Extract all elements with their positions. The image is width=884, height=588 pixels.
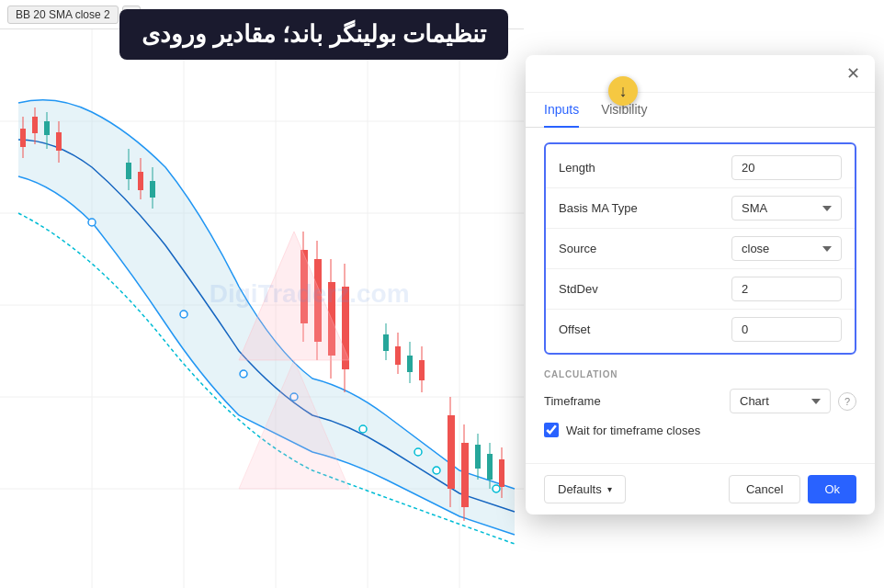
dialog-footer: Defaults ▾ Cancel Ok: [526, 463, 875, 514]
dialog-header: ✕: [526, 55, 875, 93]
svg-rect-40: [419, 360, 425, 380]
svg-point-58: [493, 485, 500, 492]
dialog-tabs: Inputs Visibility ↓: [526, 93, 875, 128]
source-select[interactable]: close open high low: [731, 236, 842, 261]
svg-point-56: [414, 448, 422, 456]
svg-rect-18: [56, 132, 62, 151]
timeframe-select[interactable]: Chart 1m 5m 15m 1H 4H 1D: [730, 389, 831, 413]
defaults-chevron-icon: ▾: [607, 484, 612, 494]
source-label: Source: [559, 242, 731, 255]
svg-rect-22: [138, 172, 143, 190]
settings-body: Length Basis MA Type SMA EMA WMA VWMA So…: [526, 128, 875, 463]
close-button[interactable]: ✕: [842, 62, 864, 85]
svg-rect-34: [383, 334, 389, 351]
cancel-button[interactable]: Cancel: [729, 475, 800, 503]
svg-rect-38: [407, 356, 413, 372]
svg-rect-44: [461, 443, 469, 507]
stddev-input[interactable]: [731, 277, 842, 301]
svg-rect-50: [499, 459, 504, 487]
source-row: Source close open high low: [546, 229, 855, 269]
svg-rect-20: [126, 163, 131, 179]
chart-title: BB 20 SMA close 2: [16, 8, 110, 21]
svg-rect-16: [44, 121, 50, 135]
svg-point-51: [88, 219, 96, 226]
help-icon[interactable]: ?: [838, 392, 856, 411]
wait-timeframe-label: Wait for timeframe closes: [566, 424, 700, 437]
tab-inputs[interactable]: Inputs: [544, 93, 579, 128]
svg-rect-42: [448, 415, 455, 489]
persian-banner: تنظیمات بولینگر باند؛ مقادیر ورودی: [119, 9, 508, 60]
offset-input[interactable]: [731, 317, 842, 342]
stddev-row: StdDev: [546, 269, 855, 310]
svg-point-55: [359, 425, 367, 433]
svg-rect-48: [487, 454, 493, 480]
basis-ma-type-select[interactable]: SMA EMA WMA VWMA: [731, 196, 842, 220]
svg-point-57: [433, 467, 440, 474]
wait-timeframe-checkbox[interactable]: [544, 423, 559, 437]
svg-rect-12: [20, 129, 26, 147]
pointer-arrow: ↓: [608, 76, 638, 106]
chart-canvas: [0, 29, 524, 588]
settings-dialog: ✕ Inputs Visibility ↓ Length Basis MA Ty…: [526, 55, 875, 514]
length-input[interactable]: [731, 155, 842, 180]
calculation-label: CALCULATION: [544, 369, 856, 379]
svg-point-52: [180, 311, 187, 318]
svg-rect-14: [32, 117, 38, 133]
basis-ma-type-label: Basis MA Type: [559, 201, 731, 215]
ok-button[interactable]: Ok: [808, 475, 856, 503]
offset-label: Offset: [559, 322, 731, 336]
basis-ma-type-row: Basis MA Type SMA EMA WMA VWMA: [546, 188, 855, 229]
defaults-button[interactable]: Defaults ▾: [544, 475, 626, 503]
chart-title-tag: BB 20 SMA close 2: [7, 6, 119, 24]
length-row: Length: [546, 148, 855, 188]
svg-rect-24: [150, 181, 155, 198]
svg-rect-36: [395, 346, 401, 365]
timeframe-label: Timeframe: [544, 394, 730, 408]
offset-row: Offset: [546, 310, 855, 349]
wait-timeframe-row: Wait for timeframe closes: [544, 423, 856, 437]
calculation-section: CALCULATION Timeframe Chart 1m 5m 15m 1H…: [544, 369, 856, 437]
timeframe-row: Timeframe Chart 1m 5m 15m 1H 4H 1D ?: [544, 389, 856, 413]
svg-rect-46: [475, 445, 481, 469]
timeframe-right: Chart 1m 5m 15m 1H 4H 1D ?: [730, 389, 856, 413]
inputs-panel: Length Basis MA Type SMA EMA WMA VWMA So…: [544, 142, 856, 355]
length-label: Length: [559, 161, 731, 175]
stddev-label: StdDev: [559, 282, 731, 296]
footer-actions: Cancel Ok: [729, 475, 856, 503]
svg-point-53: [240, 370, 247, 378]
